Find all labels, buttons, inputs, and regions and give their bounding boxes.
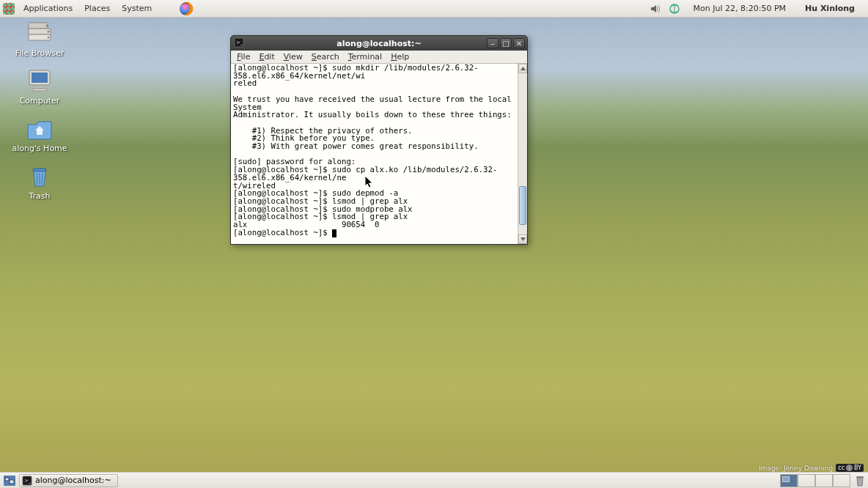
maximize-button[interactable]: □	[500, 38, 512, 48]
user-menu[interactable]: Hu Xinlong	[799, 0, 861, 18]
file-browser-label: File Browser	[15, 48, 64, 58]
workspace-4[interactable]	[833, 474, 850, 487]
cc-text: cc	[838, 465, 845, 471]
svg-rect-11	[33, 169, 46, 171]
menu-file[interactable]: File	[232, 52, 254, 62]
task-label: along@localhost:~	[35, 476, 111, 485]
taskbar-item-terminal[interactable]: >_ along@localhost:~	[19, 474, 118, 487]
cc-by-text: BY	[854, 465, 861, 471]
titlebar[interactable]: >_ along@localhost:~ ‒ □ ✕	[231, 36, 527, 51]
panel-left-group: Applications Places System	[0, 0, 193, 18]
scroll-down-button[interactable]	[518, 234, 527, 244]
menu-view[interactable]: View	[279, 52, 307, 62]
system-menu[interactable]: System	[116, 0, 158, 18]
scrollbar[interactable]	[518, 64, 527, 244]
desktop-icons-area: File Browser Computer along's Home Trash	[10, 21, 69, 201]
svg-text:>_: >_	[24, 478, 32, 484]
workspace-2[interactable]	[798, 474, 815, 487]
clock[interactable]: Mon Jul 22, 8:20:50 PM	[688, 0, 792, 18]
window-controls: ‒ □ ✕	[487, 38, 527, 48]
home-desktop-icon[interactable]: along's Home	[10, 116, 69, 153]
computer-desktop-icon[interactable]: Computer	[10, 68, 69, 106]
scroll-track[interactable]	[518, 73, 527, 234]
trash-label: Trash	[29, 191, 50, 201]
svg-rect-18	[5, 478, 9, 481]
terminal-body: [along@localhost ~]$ sudo mkdir /lib/mod…	[231, 64, 527, 244]
terminal-menubar: File Edit View Search Terminal Help	[231, 51, 527, 64]
close-button[interactable]: ✕	[513, 38, 525, 48]
firefox-launcher-icon[interactable]	[180, 2, 193, 15]
applications-menu[interactable]: Applications	[18, 0, 78, 18]
svg-text:>_: >_	[236, 40, 243, 45]
places-menu[interactable]: Places	[78, 0, 116, 18]
svg-rect-8	[32, 73, 48, 83]
panel-right-group: Mon Jul 22, 8:20:50 PM Hu Xinlong	[650, 0, 868, 18]
workspace-3[interactable]	[815, 474, 833, 487]
svg-point-4	[46, 25, 48, 27]
scroll-thumb[interactable]	[519, 186, 526, 225]
workspace-1[interactable]	[780, 474, 798, 487]
terminal-content: [along@localhost ~]$ sudo mkdir /lib/mod…	[233, 64, 516, 237]
svg-rect-1	[29, 23, 48, 29]
file-browser-desktop-icon[interactable]: File Browser	[10, 21, 69, 58]
svg-rect-19	[10, 480, 14, 484]
cc-license-badge: cc i BY	[836, 464, 864, 472]
menu-terminal[interactable]: Terminal	[344, 52, 387, 62]
svg-rect-10	[32, 89, 47, 91]
computer-label: Computer	[20, 96, 60, 106]
workspace-pager	[780, 474, 852, 487]
show-desktop-button[interactable]	[1, 473, 18, 488]
panel-trash-button[interactable]	[852, 475, 868, 487]
svg-point-6	[48, 37, 50, 39]
terminal-window[interactable]: >_ along@localhost:~ ‒ □ ✕ File Edit Vie…	[230, 35, 528, 245]
menu-search[interactable]: Search	[307, 52, 344, 62]
svg-point-5	[48, 31, 50, 33]
network-icon[interactable]	[669, 3, 680, 15]
home-label: along's Home	[12, 144, 67, 153]
trash-desktop-icon[interactable]: Trash	[10, 163, 69, 201]
attribution-text: Image: Jenny Downing	[759, 465, 833, 472]
menu-help[interactable]: Help	[386, 52, 413, 62]
minimize-button[interactable]: ‒	[487, 38, 499, 48]
top-panel: Applications Places System Mon Jul 22, 8…	[0, 0, 868, 18]
window-title: along@localhost:~	[336, 39, 421, 48]
volume-icon[interactable]	[650, 3, 661, 15]
gnome-menu-icon[interactable]	[3, 3, 15, 15]
bottom-panel: >_ along@localhost:~	[0, 472, 868, 488]
menu-edit[interactable]: Edit	[254, 52, 279, 62]
terminal-cursor	[332, 229, 336, 237]
terminal-titlebar-icon: >_	[234, 37, 244, 50]
terminal-output[interactable]: [along@localhost ~]$ sudo mkdir /lib/mod…	[231, 64, 518, 244]
scroll-up-button[interactable]	[518, 64, 527, 73]
wallpaper-attribution: Image: Jenny Downing cc i BY	[759, 464, 864, 472]
